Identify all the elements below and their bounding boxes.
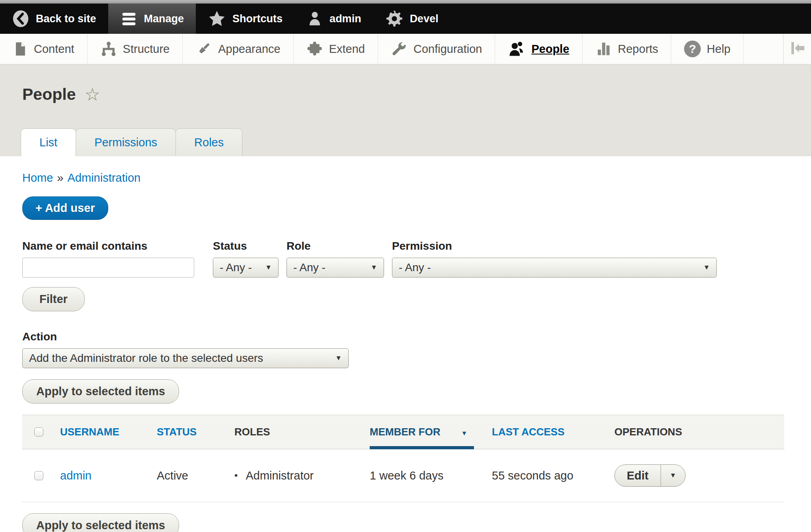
menu-item-label: Configuration — [413, 43, 482, 56]
menu-item-configuration[interactable]: Configuration — [378, 34, 495, 64]
star-icon — [208, 10, 226, 28]
extend-icon — [306, 41, 323, 57]
tab-roles[interactable]: Roles — [175, 128, 242, 156]
name-filter-input[interactable] — [22, 258, 194, 278]
chevron-down-icon: ▼ — [335, 354, 342, 362]
add-user-button[interactable]: + Add user — [22, 196, 108, 220]
apply-to-selected-button-top[interactable]: Apply to selected items — [22, 379, 179, 404]
header-roles: ROLES — [234, 415, 370, 449]
browser-window-edge — [0, 0, 811, 4]
select-all-checkbox[interactable] — [34, 427, 43, 437]
content-icon — [13, 41, 28, 57]
toolbar-item-label: Back to site — [36, 13, 96, 25]
role-selected-value: - Any - — [293, 261, 326, 274]
role-name: Administrator — [246, 469, 314, 482]
filter-permission: Permission - Any - ▼ — [392, 240, 717, 278]
devel-button[interactable]: Devel — [373, 4, 450, 34]
row-checkbox[interactable] — [34, 471, 43, 480]
filters-row: Name or email contains Status - Any - ▼ … — [22, 240, 811, 278]
breadcrumb: Home»Administration — [22, 171, 811, 184]
star-outline-icon[interactable]: ☆ — [84, 86, 100, 103]
operations-dropdown-toggle[interactable]: ▼ — [661, 465, 685, 486]
action-selected-value: Add the Administrator role to the select… — [29, 352, 263, 365]
menu-item-label: Appearance — [218, 43, 280, 56]
menu-item-reports[interactable]: Reports — [583, 34, 672, 64]
filter-name: Name or email contains — [22, 240, 194, 278]
member-for-cell: 1 week 6 days — [370, 449, 492, 502]
back-to-site-button[interactable]: Back to site — [0, 4, 108, 34]
tab-list[interactable]: List — [21, 128, 76, 156]
chevron-down-icon: ▼ — [265, 264, 272, 272]
user-icon — [306, 10, 323, 28]
menu-item-extend[interactable]: Extend — [294, 34, 378, 64]
menu-item-content[interactable]: Content — [0, 34, 88, 64]
menu-item-help[interactable]: ? Help — [671, 34, 744, 64]
edit-button[interactable]: Edit — [615, 465, 661, 486]
name-filter-label: Name or email contains — [22, 240, 194, 252]
table-header-row: USERNAME STATUS ROLES MEMBER FOR▼ LAST A… — [22, 415, 784, 449]
status-filter-label: Status — [213, 240, 279, 252]
appearance-icon — [195, 41, 212, 57]
filter-role: Role - Any - ▼ — [287, 240, 384, 278]
filter-button[interactable]: Filter — [22, 287, 85, 311]
shortcuts-button[interactable]: Shortcuts — [196, 4, 294, 34]
manage-button[interactable]: Manage — [108, 4, 196, 34]
role-filter-select[interactable]: - Any - ▼ — [287, 258, 384, 278]
roles-cell: • Administrator — [234, 449, 370, 502]
toolbar-collapse-button[interactable] — [783, 34, 811, 64]
menu-item-label: Content — [34, 43, 74, 56]
operations-cell: Edit ▼ — [614, 449, 784, 502]
help-icon: ? — [684, 41, 701, 57]
table-row: admin Active • Administrator 1 week 6 da… — [22, 449, 784, 502]
sort-header-status[interactable]: STATUS — [157, 415, 234, 449]
action-select[interactable]: Add the Administrator role to the select… — [22, 348, 349, 368]
admin-toolbar: Back to site Manage Shortcuts admin Deve… — [0, 4, 811, 34]
admin-menu-bar: Content Structure Appearance Extend Conf… — [0, 34, 811, 64]
breadcrumb-home-link[interactable]: Home — [22, 171, 53, 184]
users-table: USERNAME STATUS ROLES MEMBER FOR▼ LAST A… — [22, 415, 784, 502]
apply-to-selected-button-bottom[interactable]: Apply to selected items — [22, 513, 179, 532]
menu-item-label: Extend — [329, 43, 365, 56]
filter-status: Status - Any - ▼ — [213, 240, 279, 278]
toolbar-item-label: admin — [329, 13, 361, 25]
chevron-down-icon: ▼ — [703, 264, 710, 272]
gear-icon — [385, 10, 404, 28]
status-filter-select[interactable]: - Any - ▼ — [213, 258, 279, 278]
people-icon — [508, 40, 525, 58]
permission-filter-label: Permission — [392, 240, 717, 252]
last-access-cell: 55 seconds ago — [492, 449, 614, 502]
sort-header-username[interactable]: USERNAME — [60, 415, 157, 449]
permission-filter-select[interactable]: - Any - ▼ — [392, 258, 717, 278]
sort-header-last-access[interactable]: LAST ACCESS — [492, 415, 614, 449]
configuration-icon — [391, 41, 407, 57]
menu-item-appearance[interactable]: Appearance — [183, 34, 293, 64]
admin-account-button[interactable]: admin — [294, 4, 373, 34]
breadcrumb-administration-link[interactable]: Administration — [68, 171, 141, 184]
toolbar-item-label: Devel — [410, 13, 439, 25]
edit-split-button: Edit ▼ — [614, 464, 686, 487]
permission-selected-value: - Any - — [399, 261, 431, 274]
page-title: People — [22, 85, 76, 104]
collapse-left-icon — [788, 40, 807, 58]
role-filter-label: Role — [287, 240, 384, 252]
action-label: Action — [22, 330, 811, 343]
sort-header-member-for[interactable]: MEMBER FOR▼ — [370, 415, 492, 449]
username-link[interactable]: admin — [60, 469, 92, 482]
action-section: Action Add the Administrator role to the… — [22, 330, 811, 368]
menu-item-label: Structure — [123, 43, 170, 56]
primary-tabs: List Permissions Roles — [21, 128, 242, 156]
status-cell: Active — [157, 449, 234, 502]
menu-item-label: Reports — [618, 43, 659, 56]
page-header: People ☆ List Permissions Roles — [0, 64, 811, 156]
reports-icon — [595, 41, 612, 57]
main-content: Home»Administration + Add user Name or e… — [0, 156, 811, 532]
sort-desc-icon: ▼ — [461, 430, 468, 437]
menu-item-label: Help — [707, 43, 731, 56]
menu-item-people[interactable]: People — [495, 34, 582, 64]
header-operations: OPERATIONS — [614, 415, 784, 449]
chevron-down-icon: ▼ — [370, 264, 377, 272]
menu-item-structure[interactable]: Structure — [88, 34, 183, 64]
toolbar-item-label: Shortcuts — [232, 13, 283, 25]
list-bullet: • — [234, 470, 238, 481]
tab-permissions[interactable]: Permissions — [76, 128, 176, 156]
